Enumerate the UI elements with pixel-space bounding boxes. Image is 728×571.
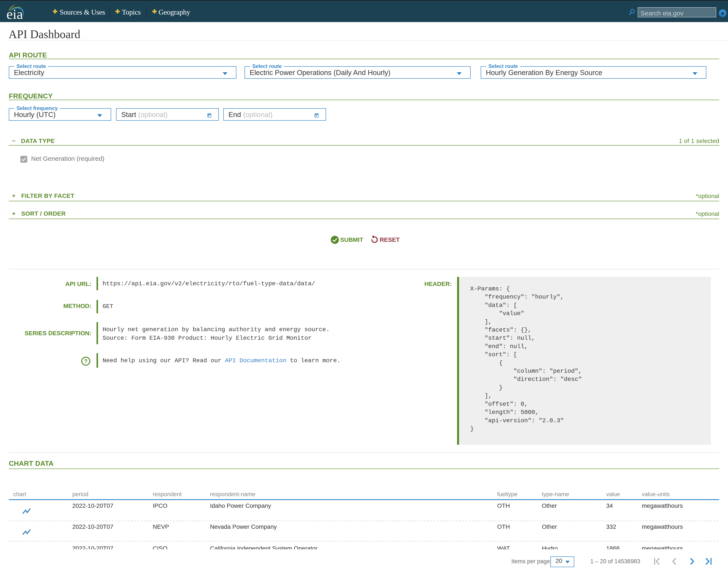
- svg-text:eia: eia: [6, 6, 23, 19]
- svg-text:?: ?: [84, 358, 88, 364]
